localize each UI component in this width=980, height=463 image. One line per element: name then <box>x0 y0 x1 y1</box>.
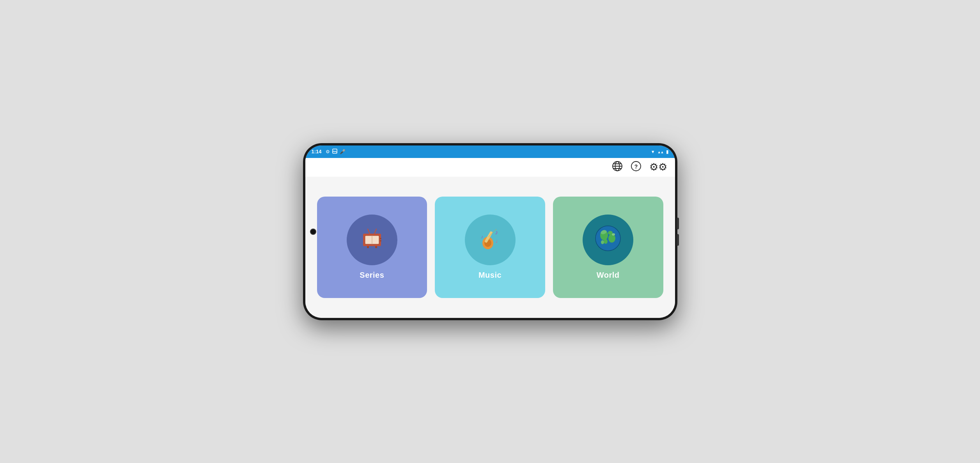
battery-icon <box>666 149 669 154</box>
world-card[interactable]: World <box>553 197 663 298</box>
settings-button[interactable]: ⚙ <box>649 161 667 173</box>
status-icons-left: ⚙ 🎤 <box>326 149 346 155</box>
series-card[interactable]: Series <box>317 197 427 298</box>
series-card-circle <box>347 215 397 265</box>
side-buttons <box>677 218 679 246</box>
image-status-icon <box>332 149 337 155</box>
phone-frame: 1:14 ⚙ 🎤 <box>303 143 677 320</box>
svg-text:♪: ♪ <box>495 229 498 236</box>
svg-point-30 <box>601 240 604 244</box>
world-card-label: World <box>597 271 620 280</box>
camera-dot <box>310 229 316 235</box>
app-content: ? ⚙ <box>305 158 675 318</box>
status-time: 1:14 <box>312 149 322 154</box>
help-button[interactable]: ? <box>631 161 642 174</box>
wifi-icon <box>651 149 655 154</box>
svg-rect-0 <box>333 149 337 153</box>
cards-area: Series <box>305 177 675 318</box>
svg-rect-12 <box>380 238 381 239</box>
music-card[interactable]: ♪ ♪ ♩ Music <box>435 197 545 298</box>
gear-status-icon: ⚙ <box>326 149 330 154</box>
svg-line-16 <box>368 229 370 234</box>
svg-rect-13 <box>380 240 381 241</box>
globe-world-icon <box>594 224 622 256</box>
svg-rect-14 <box>367 246 369 248</box>
signal-icon <box>657 149 664 154</box>
side-button-2 <box>677 234 679 246</box>
world-card-circle <box>583 215 633 265</box>
music-card-circle: ♪ ♪ ♩ <box>465 215 516 265</box>
svg-text:♪: ♪ <box>481 234 483 239</box>
status-bar: 1:14 ⚙ 🎤 <box>305 145 675 158</box>
svg-text:♩: ♩ <box>496 239 498 243</box>
music-card-label: Music <box>478 271 502 280</box>
globe-button[interactable] <box>612 161 623 174</box>
phone-screen: 1:14 ⚙ 🎤 <box>305 145 675 318</box>
svg-point-29 <box>604 239 608 244</box>
status-icons-right <box>651 149 669 154</box>
svg-text:?: ? <box>634 163 638 170</box>
top-bar: ? ⚙ <box>305 158 675 177</box>
side-button-1 <box>677 218 679 229</box>
guitar-icon: ♪ ♪ ♩ <box>477 225 503 255</box>
tv-icon <box>360 227 384 253</box>
mic-status-icon: 🎤 <box>340 149 346 154</box>
svg-line-17 <box>374 229 376 234</box>
svg-rect-15 <box>375 246 377 248</box>
series-card-label: Series <box>360 271 384 280</box>
svg-point-31 <box>612 233 615 236</box>
